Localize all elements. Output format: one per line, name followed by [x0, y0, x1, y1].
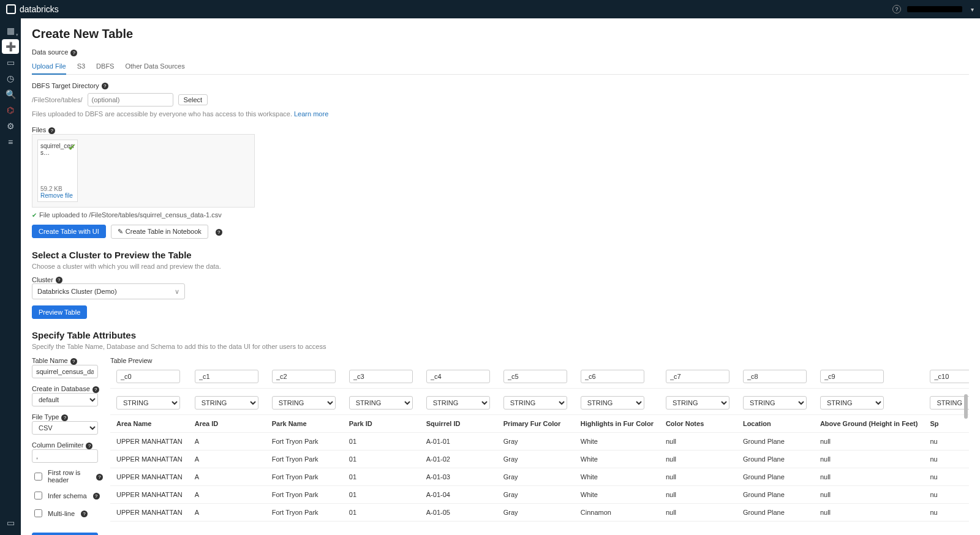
rail-item-recents[interactable]: ◷	[2, 71, 19, 86]
help-icon[interactable]	[99, 82, 108, 89]
check-icon: ✔	[68, 141, 76, 153]
table-cell: Ground Plane	[737, 468, 814, 486]
table-cell: Gray	[497, 468, 575, 486]
table-header: Squirrel ID	[420, 415, 497, 433]
table-header: Above Ground (Height in Feet)	[814, 415, 924, 433]
col-id-input[interactable]	[666, 370, 729, 383]
db-label: Create in Database	[32, 385, 99, 392]
col-type-select[interactable]: STRING	[743, 396, 807, 410]
preview-scroll[interactable]: STRINGSTRINGSTRINGSTRINGSTRINGSTRINGSTRI…	[110, 365, 969, 522]
brand-name: databricks	[20, 4, 59, 14]
col-type-select[interactable]: STRING	[426, 396, 490, 410]
rail-item-create[interactable]: ➕	[2, 39, 19, 54]
tab-s3[interactable]: S3	[77, 60, 85, 74]
col-type-select[interactable]: STRING	[930, 396, 969, 410]
col-id-input[interactable]	[581, 370, 644, 383]
table-header: Location	[737, 415, 814, 433]
delim-label: Column Delimiter	[32, 441, 92, 449]
col-type-select[interactable]: STRING	[116, 396, 180, 410]
help-icon[interactable]	[213, 227, 222, 236]
rail-item-2[interactable]: ▭	[2, 55, 19, 70]
col-id-input[interactable]	[426, 370, 490, 383]
delim-input[interactable]	[32, 449, 98, 463]
rail-item-bottom[interactable]: ▭	[2, 515, 19, 530]
remove-file-link[interactable]: Remove file	[40, 192, 75, 199]
col-type-select[interactable]: STRING	[503, 396, 567, 410]
table-cell: UPPER MANHATTAN	[110, 451, 189, 468]
table-cell: Cinnamon	[575, 504, 660, 522]
table-row: UPPER MANHATTANAFort Tryon Park01A-01-03…	[110, 468, 969, 486]
table-cell: A-01-05	[420, 504, 497, 522]
table-name-label: Table Name	[32, 357, 77, 364]
upload-status: File uploaded to /FileStore/tables/squir…	[32, 211, 969, 219]
col-type-select[interactable]: STRING	[349, 396, 413, 410]
first-row-header-checkbox[interactable]	[34, 473, 42, 481]
db-select[interactable]: default	[32, 393, 98, 406]
col-type-select[interactable]: STRING	[195, 396, 258, 410]
user-menu-caret-icon[interactable]	[968, 5, 974, 13]
preview-table-button[interactable]: Preview Table	[32, 305, 87, 319]
attrs-sub: Specify the Table Name, Database and Sch…	[32, 343, 969, 350]
col-id-input[interactable]	[930, 370, 969, 383]
tab-upload-file[interactable]: Upload File	[32, 60, 66, 75]
file-type-label: File Type	[32, 413, 68, 421]
dbfs-prefix: /FileStore/tables/	[32, 96, 83, 103]
help-icon[interactable]	[94, 473, 103, 481]
table-cell: null	[814, 433, 924, 451]
dbfs-target-label: DBFS Target Directory	[32, 82, 969, 90]
tab-other[interactable]: Other Data Sources	[125, 60, 184, 74]
help-icon[interactable]	[83, 441, 92, 449]
table-cell: null	[660, 433, 737, 451]
help-icon[interactable]: ?	[892, 5, 901, 13]
col-id-input[interactable]	[743, 370, 807, 383]
table-row: UPPER MANHATTANAFort Tryon Park01A-01-01…	[110, 433, 969, 451]
table-name-input[interactable]	[32, 365, 98, 378]
help-icon[interactable]	[59, 413, 68, 421]
help-icon[interactable]	[46, 126, 55, 133]
col-type-select[interactable]: STRING	[581, 396, 644, 410]
file-type-select[interactable]: CSV	[32, 421, 98, 435]
col-type-select[interactable]: STRING	[666, 396, 729, 410]
help-icon[interactable]	[53, 276, 62, 283]
vertical-scrollbar[interactable]	[964, 394, 968, 419]
col-id-input[interactable]	[195, 370, 258, 383]
dbfs-select-button[interactable]: Select	[178, 94, 208, 105]
help-icon[interactable]	[68, 357, 77, 364]
rail-item-workflows[interactable]: ≡	[2, 135, 19, 149]
col-id-input[interactable]	[272, 370, 336, 383]
table-cell: null	[814, 504, 924, 522]
create-table-notebook-button[interactable]: Create Table in Notebook	[111, 225, 208, 239]
rail-item-search[interactable]: 🔍	[2, 87, 19, 102]
learn-more-link[interactable]: Learn more	[294, 110, 328, 118]
create-table-button[interactable]: Create Table	[32, 533, 98, 535]
rail-item-compute[interactable]: ⚙	[2, 119, 19, 133]
table-cell: White	[575, 451, 660, 468]
brand[interactable]: databricks	[6, 4, 59, 14]
help-icon[interactable]	[78, 510, 88, 518]
help-icon[interactable]	[68, 48, 77, 56]
multi-line-label: Multi-line	[48, 510, 75, 517]
help-icon[interactable]	[90, 385, 99, 392]
table-cell: A-01-01	[420, 433, 497, 451]
table-cell: Gray	[497, 451, 575, 468]
tab-dbfs[interactable]: DBFS	[96, 60, 114, 74]
table-header: Area ID	[189, 415, 266, 433]
infer-schema-label: Infer schema	[48, 492, 87, 499]
col-id-input[interactable]	[820, 370, 884, 383]
rail-item-0[interactable]: ▦	[2, 23, 19, 38]
table-cell: White	[575, 433, 660, 451]
col-id-input[interactable]	[349, 370, 413, 383]
infer-schema-checkbox[interactable]	[34, 492, 42, 499]
create-table-ui-button[interactable]: Create Table with UI	[32, 225, 106, 238]
rail-item-data[interactable]: ⌬	[2, 103, 19, 118]
multi-line-checkbox[interactable]	[34, 509, 42, 517]
cluster-select[interactable]: Databricks Cluster (Demo)	[32, 283, 185, 299]
col-id-input[interactable]	[116, 370, 180, 383]
help-icon[interactable]	[91, 492, 100, 500]
col-id-input[interactable]	[503, 370, 567, 383]
col-type-select[interactable]: STRING	[820, 396, 884, 410]
user-menu[interactable]	[907, 6, 962, 12]
col-type-select[interactable]: STRING	[272, 396, 336, 410]
file-dropzone[interactable]: ✔ squirrel_cens… 59.2 KB Remove file	[32, 134, 255, 208]
dbfs-target-input[interactable]	[88, 93, 173, 107]
